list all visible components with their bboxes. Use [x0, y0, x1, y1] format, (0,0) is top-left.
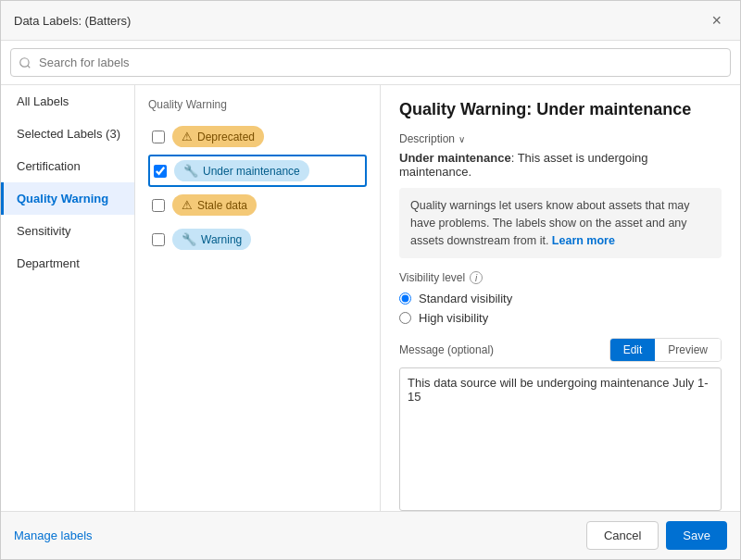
label-item-deprecated: ⚠ Deprecated: [148, 120, 367, 153]
checkbox-stale-data[interactable]: [152, 199, 165, 212]
sidebar-item-selected-labels[interactable]: Selected Labels (3): [1, 118, 134, 150]
radio-group: Standard visibility High visibility: [399, 292, 722, 325]
warning-label: Warning: [201, 233, 242, 246]
tab-group: Edit Preview: [609, 338, 722, 362]
search-input[interactable]: [10, 48, 731, 77]
badge-under-maintenance[interactable]: 🔧 Under maintenance: [174, 160, 309, 181]
description-section-label: Description ∨: [399, 132, 722, 145]
dialog-header: Data Labels: (Batters) ×: [1, 1, 740, 41]
deprecated-label: Deprecated: [197, 131, 255, 143]
radio-standard-visibility[interactable]: Standard visibility: [399, 292, 722, 305]
sidebar-item-department[interactable]: Department: [1, 247, 134, 280]
stale-data-label: Stale data: [197, 199, 247, 212]
under-maintenance-label: Under maintenance: [203, 165, 300, 178]
sidebar-item-all-labels[interactable]: All Labels: [1, 85, 134, 118]
label-item-under-maintenance: 🔧 Under maintenance: [148, 155, 367, 187]
middle-section-title: Quality Warning: [148, 98, 367, 111]
info-box: Quality warnings let users know about as…: [399, 188, 722, 258]
label-item-warning: 🔧 Warning: [148, 223, 367, 255]
chevron-down-icon[interactable]: ∨: [458, 134, 465, 144]
message-header: Message (optional) Edit Preview: [399, 338, 722, 362]
search-bar: [1, 41, 740, 85]
badge-warning[interactable]: 🔧 Warning: [172, 229, 251, 250]
radio-standard-input[interactable]: [399, 292, 411, 305]
checkbox-under-maintenance[interactable]: [154, 165, 167, 178]
save-button[interactable]: Save: [666, 521, 727, 550]
sidebar-item-certification[interactable]: Certification: [1, 150, 134, 182]
sidebar-item-quality-warning[interactable]: Quality Warning: [1, 182, 134, 215]
maintenance-icon: 🔧: [183, 164, 198, 178]
visibility-section: Visibility level i Standard visibility H…: [399, 271, 722, 325]
dialog-footer: Manage labels Cancel Save: [1, 511, 740, 559]
detail-description: Under maintenance: This asset is undergo…: [399, 151, 722, 179]
warning-icon: 🔧: [182, 232, 196, 246]
standard-visibility-label: Standard visibility: [419, 292, 512, 305]
cancel-button[interactable]: Cancel: [586, 521, 659, 550]
visibility-label-text: Visibility level: [399, 271, 465, 284]
data-labels-dialog: Data Labels: (Batters) × All Labels Sele…: [0, 0, 741, 560]
tab-edit[interactable]: Edit: [610, 339, 656, 361]
dialog-body: All Labels Selected Labels (3) Certifica…: [1, 85, 740, 511]
dialog-title: Data Labels: (Batters): [14, 14, 131, 28]
deprecated-icon: ⚠: [182, 130, 193, 143]
message-textarea[interactable]: This data source will be undergoing main…: [399, 367, 722, 511]
checkbox-warning[interactable]: [152, 233, 165, 246]
close-button[interactable]: ×: [706, 10, 727, 31]
info-text: Quality warnings let users know about as…: [410, 199, 690, 247]
message-section: Message (optional) Edit Preview This dat…: [399, 338, 722, 511]
badge-deprecated[interactable]: ⚠ Deprecated: [172, 126, 264, 147]
sidebar-item-sensitivity[interactable]: Sensitivity: [1, 215, 134, 247]
tab-preview[interactable]: Preview: [655, 339, 721, 361]
middle-pane: Quality Warning ⚠ Deprecated 🔧 Under mai…: [135, 85, 381, 511]
stale-icon: ⚠: [182, 198, 193, 212]
visibility-label: Visibility level i: [399, 271, 722, 284]
learn-more-link[interactable]: Learn more: [552, 234, 615, 247]
sidebar: All Labels Selected Labels (3) Certifica…: [1, 85, 135, 511]
description-bold: Under maintenance: [399, 151, 511, 165]
label-item-stale-data: ⚠ Stale data: [148, 189, 367, 221]
radio-high-input[interactable]: [399, 312, 411, 324]
info-icon[interactable]: i: [470, 271, 483, 284]
checkbox-deprecated[interactable]: [152, 131, 165, 143]
detail-pane: Quality Warning: Under maintenance Descr…: [381, 85, 740, 511]
detail-title: Quality Warning: Under maintenance: [399, 100, 722, 119]
manage-labels-link[interactable]: Manage labels: [14, 529, 93, 542]
footer-buttons: Cancel Save: [586, 521, 727, 550]
badge-stale-data[interactable]: ⚠ Stale data: [172, 194, 257, 216]
message-label: Message (optional): [399, 343, 494, 356]
radio-high-visibility[interactable]: High visibility: [399, 311, 722, 325]
description-label: Description: [399, 132, 455, 145]
high-visibility-label: High visibility: [419, 311, 488, 325]
